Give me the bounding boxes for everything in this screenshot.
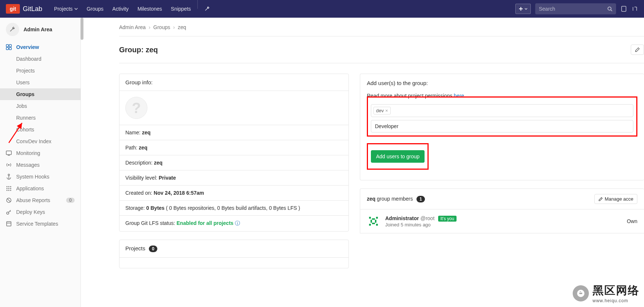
member-role: Own <box>627 218 637 224</box>
sidebar-item-monitoring[interactable]: Monitoring <box>0 147 80 159</box>
projects-panel: Projects 0 <box>119 240 349 268</box>
breadcrumb-sep: › <box>173 24 175 30</box>
nav-admin-wrench[interactable] <box>200 0 215 18</box>
sidebar-sub-groups[interactable]: Groups <box>0 88 80 100</box>
remove-token-icon[interactable]: × <box>385 108 388 113</box>
sidebar-sub-projects[interactable]: Projects <box>0 65 80 77</box>
issues-icon[interactable] <box>620 6 627 12</box>
svg-rect-27 <box>375 220 376 223</box>
nav-activity[interactable]: Activity <box>108 0 133 18</box>
sidebar-sub-users[interactable]: Users <box>0 77 80 88</box>
svg-rect-28 <box>372 223 375 224</box>
search-input[interactable] <box>539 6 607 12</box>
nav-snippets[interactable]: Snippets <box>167 0 195 18</box>
svg-point-13 <box>8 188 10 189</box>
crumb-groups[interactable]: Groups <box>153 24 170 30</box>
page-title-row: Group: zeq <box>119 36 644 63</box>
role-select[interactable]: Developer <box>371 120 633 133</box>
sidebar-sub-convdev[interactable]: ConvDev Index <box>0 135 80 147</box>
members-header: zeq group members 1 Manage acce <box>360 188 644 209</box>
manage-access-button[interactable]: Manage acce <box>594 194 637 204</box>
add-users-panel: Add user(s) to the group: Read more abou… <box>360 74 644 180</box>
chevron-down-icon <box>525 7 527 10</box>
new-dropdown-button[interactable] <box>515 4 531 14</box>
info-storage: Storage: 0 Bytes ( 0 Bytes repositories,… <box>119 201 348 216</box>
sidebar: Admin Area Overview Dashboard Projects U… <box>0 18 81 307</box>
sidebar-item-abuse-reports[interactable]: Abuse Reports 0 <box>0 194 80 206</box>
nav-projects[interactable]: Projects <box>50 0 82 18</box>
top-navigation: git GitLab Projects Groups Activity Mile… <box>0 0 644 18</box>
breadcrumb-sep: › <box>149 24 150 30</box>
member-info: Administrator @root It's you Joined 5 mi… <box>385 215 622 227</box>
group-avatar-row: ? <box>119 91 348 125</box>
svg-rect-29 <box>369 224 371 226</box>
info-name: Name: zeq <box>119 125 348 140</box>
sidebar-item-applications[interactable]: Applications <box>0 183 80 194</box>
svg-rect-23 <box>369 217 371 219</box>
highlight-user-role: dev× Developer <box>367 96 637 137</box>
svg-point-9 <box>7 186 8 187</box>
sidebar-item-system-hooks[interactable]: System Hooks <box>0 171 80 183</box>
add-users-to-group-button[interactable]: Add users to group <box>371 150 425 163</box>
overview-icon <box>6 44 12 50</box>
chevron-down-icon <box>74 7 78 11</box>
svg-rect-4 <box>6 47 8 50</box>
sidebar-item-messages[interactable]: Messages <box>0 159 80 171</box>
crumb-current: zeq <box>178 24 186 30</box>
user-select-input[interactable]: dev× <box>371 104 633 117</box>
abuse-badge: 0 <box>66 198 75 203</box>
svg-point-14 <box>10 188 11 189</box>
breadcrumb: Admin Area › Groups › zeq <box>119 18 644 36</box>
nav-groups[interactable]: Groups <box>82 0 108 18</box>
search-box[interactable] <box>535 3 616 14</box>
nav-divider <box>197 0 198 9</box>
projects-count-badge: 0 <box>149 246 157 252</box>
svg-point-0 <box>608 7 611 10</box>
broadcast-icon <box>6 162 12 168</box>
info-created: Created on: Nov 24, 2018 6:57am <box>119 186 348 201</box>
svg-rect-22 <box>367 215 380 228</box>
svg-point-12 <box>7 188 8 189</box>
svg-rect-26 <box>371 220 372 223</box>
help-icon[interactable]: ⓘ <box>235 220 240 226</box>
gitlab-logo-icon: git <box>6 4 20 14</box>
sidebar-header-label: Admin Area <box>24 27 52 32</box>
crumb-admin-area[interactable]: Admin Area <box>119 24 146 30</box>
wrench-icon <box>9 26 16 33</box>
svg-rect-6 <box>6 151 11 155</box>
svg-rect-5 <box>9 47 11 50</box>
page-title: Group: zeq <box>119 46 158 54</box>
sidebar-sub-cohorts[interactable]: Cohorts <box>0 124 80 135</box>
merge-requests-icon[interactable] <box>632 6 638 12</box>
member-joined: Joined 5 minutes ago <box>385 222 622 227</box>
sidebar-sub-dashboard[interactable]: Dashboard <box>0 53 80 65</box>
gitlab-logo[interactable]: git GitLab <box>6 4 42 14</box>
gitlab-logo-text: GitLab <box>23 5 42 13</box>
sidebar-sub-jobs[interactable]: Jobs <box>0 100 80 112</box>
info-description: Description: zeq <box>119 155 348 170</box>
group-info-header: Group info: <box>119 74 348 91</box>
wrench-icon <box>204 6 210 12</box>
svg-rect-20 <box>7 222 11 226</box>
selected-user-token: dev× <box>373 107 391 114</box>
svg-point-11 <box>10 186 11 187</box>
sidebar-item-overview[interactable]: Overview <box>0 41 80 53</box>
admin-area-avatar <box>6 23 19 36</box>
info-path: Path: zeq <box>119 140 348 155</box>
edit-group-button[interactable] <box>631 45 644 55</box>
svg-rect-25 <box>372 218 375 220</box>
sidebar-item-deploy-keys[interactable]: Deploy Keys <box>0 206 80 218</box>
member-name[interactable]: Administrator <box>385 215 419 221</box>
sidebar-item-service-templates[interactable]: Service Templates <box>0 218 80 230</box>
svg-rect-1 <box>622 6 626 11</box>
plus-icon <box>519 7 523 11</box>
sidebar-context-header[interactable]: Admin Area <box>0 18 80 41</box>
sidebar-sub-runners[interactable]: Runners <box>0 112 80 124</box>
svg-rect-30 <box>376 224 378 226</box>
svg-point-16 <box>8 190 10 191</box>
main-content: Admin Area › Groups › zeq Group: zeq Gro… <box>81 18 644 307</box>
nav-milestones[interactable]: Milestones <box>133 0 167 18</box>
svg-rect-2 <box>6 45 8 47</box>
primary-nav-links: Projects Groups Activity Milestones Snip… <box>50 0 215 18</box>
info-visibility: Visibility level: Private <box>119 170 348 186</box>
